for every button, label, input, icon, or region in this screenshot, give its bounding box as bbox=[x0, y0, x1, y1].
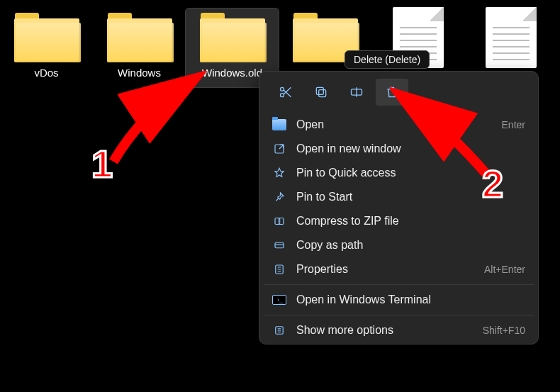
menu-open[interactable]: Open Enter bbox=[259, 113, 538, 137]
folder-icon bbox=[106, 13, 174, 62]
folder-icon bbox=[198, 13, 267, 62]
rename-button[interactable] bbox=[340, 79, 373, 106]
menu-label: Copy as path bbox=[296, 239, 363, 252]
menu-label: Open bbox=[296, 118, 324, 131]
rename-icon bbox=[349, 85, 364, 99]
callout-2: 2 bbox=[482, 162, 503, 206]
svg-rect-7 bbox=[275, 242, 284, 248]
item-label: Windows bbox=[118, 67, 161, 79]
item-label: vDos bbox=[34, 67, 58, 79]
menu-label: Pin to Start bbox=[296, 191, 352, 203]
menu-open-new-window[interactable]: Open in new window bbox=[259, 137, 538, 161]
copy-icon bbox=[314, 85, 328, 99]
folder-icon bbox=[13, 13, 81, 62]
menu-windows-terminal[interactable]: ›_ Open in Windows Terminal bbox=[259, 288, 538, 312]
menu-compress-zip[interactable]: Compress to ZIP file bbox=[259, 209, 538, 233]
menu-separator bbox=[264, 284, 534, 285]
callout-1: 1 bbox=[91, 142, 113, 186]
svg-rect-2 bbox=[319, 90, 326, 97]
menu-separator bbox=[264, 315, 534, 315]
scissors-icon bbox=[279, 85, 293, 99]
menu-label: Properties bbox=[296, 263, 348, 276]
new-window-icon bbox=[272, 142, 286, 155]
item-vdos[interactable]: vDos bbox=[0, 9, 93, 87]
cut-button[interactable] bbox=[269, 79, 302, 106]
menu-label: Open in Windows Terminal bbox=[296, 293, 431, 306]
context-menu: Delete (Delete) Open Enter Open in new w… bbox=[259, 71, 539, 345]
zip-icon bbox=[272, 215, 286, 228]
menu-shortcut: Alt+Enter bbox=[484, 264, 525, 275]
properties-icon bbox=[272, 263, 286, 276]
pin-icon bbox=[272, 191, 286, 203]
menu-label: Open in new window bbox=[296, 142, 401, 155]
star-icon bbox=[272, 167, 286, 179]
file-icon bbox=[486, 7, 537, 68]
menu-shortcut: Enter bbox=[502, 119, 525, 130]
menu-shortcut: Shift+F10 bbox=[483, 325, 525, 336]
folder-open-icon bbox=[272, 119, 286, 130]
copy-button[interactable] bbox=[305, 79, 337, 106]
menu-label: Compress to ZIP file bbox=[296, 215, 399, 228]
menu-label: Pin to Quick access bbox=[296, 167, 396, 179]
menu-label: Show more options bbox=[296, 324, 393, 337]
menu-properties[interactable]: Properties Alt+Enter bbox=[259, 257, 538, 281]
delete-button[interactable] bbox=[376, 79, 408, 106]
context-toolbar bbox=[259, 72, 538, 113]
terminal-icon: ›_ bbox=[272, 295, 286, 305]
tooltip-delete: Delete (Delete) bbox=[345, 50, 430, 69]
svg-rect-3 bbox=[316, 87, 323, 94]
item-label: Windows.old bbox=[202, 67, 262, 79]
copy-path-icon bbox=[272, 239, 286, 252]
trash-icon bbox=[385, 85, 399, 99]
menu-show-more-options[interactable]: Show more options Shift+F10 bbox=[259, 318, 538, 342]
more-options-icon bbox=[272, 324, 286, 337]
item-windows[interactable]: Windows bbox=[93, 9, 186, 87]
menu-copy-as-path[interactable]: Copy as path bbox=[259, 233, 538, 257]
